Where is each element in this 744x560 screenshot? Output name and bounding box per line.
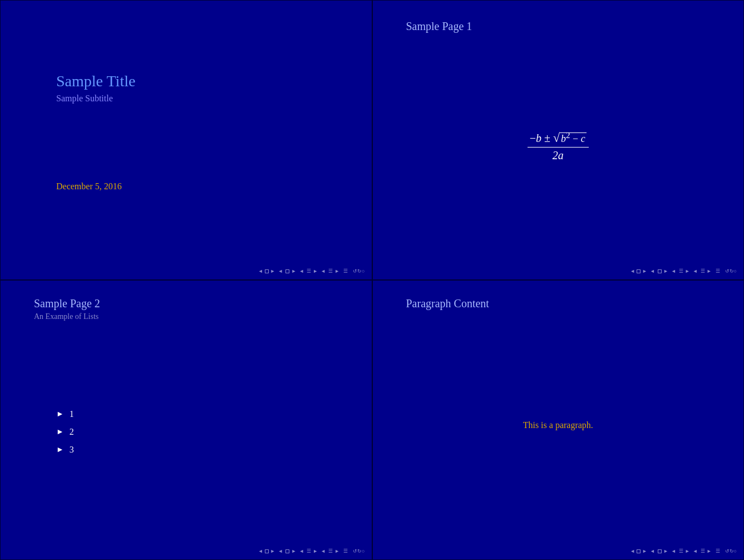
title-block: Sample Title Sample Subtitle December 5,… xyxy=(23,72,349,191)
list-area: ► 1 ► 2 ► 3 xyxy=(23,332,96,532)
paragraph-text: This is a paragraph. xyxy=(523,420,593,430)
list-item-1: 1 xyxy=(70,409,74,419)
list-item-2: 2 xyxy=(70,427,74,437)
footer-controls-4: ◄► ◄► ◄☰► ◄☰► ☰ ↺↻○ xyxy=(630,548,738,554)
slide-2[interactable]: Sample Page 1 −b ± √b2 − c 2a ◄► ◄► ◄☰► … xyxy=(372,0,745,280)
slide3-heading: Sample Page 2 xyxy=(23,289,111,312)
slide-footer-3: ◄► ◄► ◄☰► ◄☰► ☰ ↺↻○ xyxy=(1,543,372,559)
slide4-heading: Paragraph Content xyxy=(395,289,500,318)
slide-4[interactable]: Paragraph Content This is a paragraph. ◄… xyxy=(372,280,745,560)
list-item: ► 1 xyxy=(56,409,74,419)
math-area: −b ± √b2 − c 2a xyxy=(395,41,722,252)
main-title: Sample Title xyxy=(56,72,349,90)
math-numerator: −b ± √b2 − c xyxy=(528,131,589,148)
footer-controls-3: ◄► ◄► ◄☰► ◄☰► ☰ ↺↻○ xyxy=(258,548,366,554)
paragraph-area: This is a paragraph. xyxy=(395,318,722,532)
math-denominator: 2a xyxy=(550,148,566,162)
list-bullet-1: ► xyxy=(56,410,64,419)
slide-footer-1: ◄► ◄► ◄☰► ◄☰► ☰ ↺↻○ xyxy=(1,263,372,279)
list-bullet-2: ► xyxy=(56,428,64,436)
slide-1[interactable]: Sample Title Sample Subtitle December 5,… xyxy=(0,0,372,280)
list-item: ► 3 xyxy=(56,445,74,455)
slide-footer-4: ◄► ◄► ◄☰► ◄☰► ☰ ↺↻○ xyxy=(373,543,744,559)
list-item-3: 3 xyxy=(70,445,74,455)
subtitle: Sample Subtitle xyxy=(56,94,349,104)
list-item: ► 2 xyxy=(56,427,74,437)
slide2-heading: Sample Page 1 xyxy=(395,12,484,41)
date: December 5, 2016 xyxy=(56,181,349,191)
list-bullet-3: ► xyxy=(56,445,64,454)
slide3-subheading: An Example of Lists xyxy=(23,312,110,332)
footer-controls-2: ◄► ◄► ◄☰► ◄☰► ☰ ↺↻○ xyxy=(630,268,738,274)
math-formula: −b ± √b2 − c 2a xyxy=(528,131,589,162)
footer-controls-1: ◄► ◄► ◄☰► ◄☰► ☰ ↺↻○ xyxy=(258,268,366,274)
slide-3[interactable]: Sample Page 2 An Example of Lists ► 1 ► … xyxy=(0,280,372,560)
slide-footer-2: ◄► ◄► ◄☰► ◄☰► ☰ ↺↻○ xyxy=(373,263,744,279)
